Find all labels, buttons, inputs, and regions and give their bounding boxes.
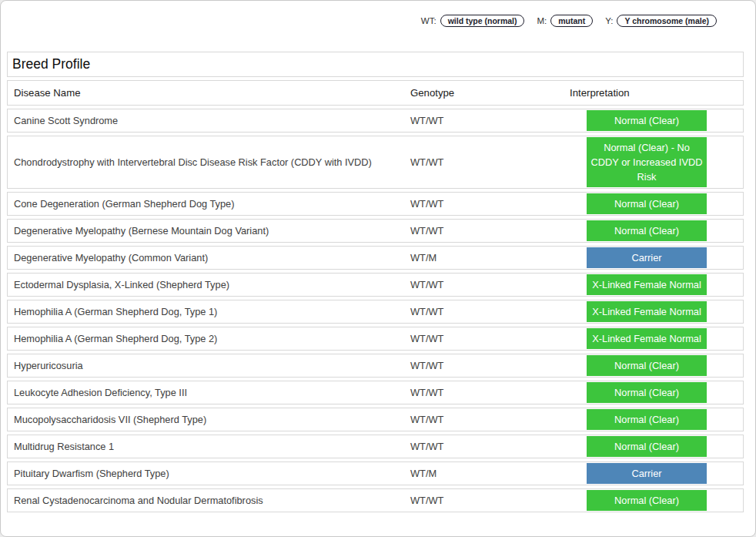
genotype-cell: WT/WT xyxy=(410,435,568,458)
disease-name-text: Pituitary Dwarfism (Shepherd Type) xyxy=(14,467,169,481)
genotype-text: WT/WT xyxy=(410,305,443,319)
interpretation-badge: Normal (Clear) xyxy=(587,409,707,430)
interpretation-cell: Normal (Clear) - No CDDY or Increased IV… xyxy=(568,136,743,188)
legend-key-label: Y: xyxy=(605,16,613,25)
interpretation-badge: Carrier xyxy=(587,463,707,484)
genotype-cell: WT/WT xyxy=(410,193,568,215)
table-row: Mucopolysaccharidosis VII (Shepherd Type… xyxy=(7,408,744,431)
genotype-text: WT/WT xyxy=(410,359,443,373)
table-row: Hyperuricosuria WT/WT Normal (Clear) xyxy=(7,354,744,378)
genotype-cell: WT/M xyxy=(410,247,568,269)
interpretation-badge: X-Linked Female Normal xyxy=(587,328,707,349)
disease-name-cell: Pituitary Dwarfism (Shepherd Type) xyxy=(8,462,410,485)
genotype-cell: WT/WT xyxy=(410,109,568,132)
disease-name-text: Degenerative Myelopathy (Bernese Mountai… xyxy=(14,224,269,238)
column-header-disease-name: Disease Name xyxy=(8,83,410,103)
column-header-label: Genotype xyxy=(410,86,454,100)
interpretation-cell: Normal (Clear) xyxy=(568,220,743,242)
legend-item: Y: Y chromosome (male) xyxy=(605,15,717,27)
disease-name-cell: Ectodermal Dysplasia, X-Linked (Shepherd… xyxy=(8,274,410,296)
legend-value-pill: Y chromosome (male) xyxy=(617,15,717,27)
table-row: Canine Scott Syndrome WT/WT Normal (Clea… xyxy=(7,109,744,133)
genotype-text: WT/WT xyxy=(410,494,443,508)
legend-key-label: M: xyxy=(537,16,547,25)
interpretation-cell: Normal (Clear) xyxy=(568,193,743,215)
genotype-cell: WT/WT xyxy=(410,136,568,188)
interpretation-badge: X-Linked Female Normal xyxy=(587,274,707,295)
genotype-text: WT/WT xyxy=(410,440,443,454)
table-row: Hemophilia A (German Shepherd Dog, Type … xyxy=(7,327,744,351)
disease-name-cell: Hemophilia A (German Shepherd Dog, Type … xyxy=(8,300,410,323)
genotype-cell: WT/WT xyxy=(410,220,568,242)
genotype-text: WT/WT xyxy=(410,114,443,128)
interpretation-cell: X-Linked Female Normal xyxy=(568,327,743,350)
disease-name-text: Hemophilia A (German Shepherd Dog, Type … xyxy=(14,332,217,346)
genotype-cell: WT/WT xyxy=(410,274,568,296)
interpretation-cell: Normal (Clear) xyxy=(568,435,743,458)
disease-name-text: Renal Cystadenocarcinoma and Nodular Der… xyxy=(14,494,263,508)
legend-value-pill: wild type (normal) xyxy=(440,15,525,27)
disease-name-cell: Chondrodystrophy with Intervertebral Dis… xyxy=(8,136,410,188)
genotype-text: WT/M xyxy=(410,251,437,265)
disease-name-text: Canine Scott Syndrome xyxy=(14,114,118,128)
disease-name-cell: Multidrug Resistance 1 xyxy=(8,435,410,458)
interpretation-badge: Normal (Clear) xyxy=(587,220,707,241)
disease-name-text: Multidrug Resistance 1 xyxy=(14,440,114,454)
genotype-cell: WT/WT xyxy=(410,408,568,431)
table-row: Hemophilia A (German Shepherd Dog, Type … xyxy=(7,300,744,324)
interpretation-badge: Normal (Clear) xyxy=(587,490,707,511)
interpretation-badge: Normal (Clear) xyxy=(587,436,707,457)
table-row: Chondrodystrophy with Intervertebral Dis… xyxy=(7,136,744,189)
interpretation-badge: Normal (Clear) xyxy=(587,110,707,131)
genotype-legend: WT: wild type (normal) M: mutant Y: Y ch… xyxy=(1,1,755,27)
genotype-cell: WT/WT xyxy=(410,381,568,404)
interpretation-cell: Normal (Clear) xyxy=(568,408,743,431)
table-row: Leukocyte Adhesion Deficiency, Type III … xyxy=(7,381,744,404)
interpretation-badge: Normal (Clear) xyxy=(587,193,707,214)
genotype-cell: WT/WT xyxy=(410,354,568,377)
table-row: Multidrug Resistance 1 WT/WT Normal (Cle… xyxy=(7,435,744,458)
breed-profile-report: Breed Profile Disease Name Genotype Inte… xyxy=(7,52,744,512)
interpretation-cell: Normal (Clear) xyxy=(568,489,743,512)
interpretation-badge: Normal (Clear) xyxy=(587,355,707,376)
disease-name-cell: Mucopolysaccharidosis VII (Shepherd Type… xyxy=(8,408,410,431)
table-row: Ectodermal Dysplasia, X-Linked (Shepherd… xyxy=(7,273,744,297)
disease-name-cell: Cone Degeneration (German Shepherd Dog T… xyxy=(8,193,410,215)
disease-name-cell: Leukocyte Adhesion Deficiency, Type III xyxy=(8,381,410,404)
disease-name-cell: Renal Cystadenocarcinoma and Nodular Der… xyxy=(8,489,410,512)
interpretation-cell: Carrier xyxy=(568,247,743,269)
genotype-text: WT/WT xyxy=(410,197,443,211)
disease-name-text: Mucopolysaccharidosis VII (Shepherd Type… xyxy=(14,413,206,427)
column-header-genotype: Genotype xyxy=(410,86,568,100)
table-body: Canine Scott Syndrome WT/WT Normal (Clea… xyxy=(7,109,744,512)
interpretation-badge: Normal (Clear) - No CDDY or Increased IV… xyxy=(587,137,707,187)
legend-value-pill: mutant xyxy=(550,15,593,27)
table-row: Pituitary Dwarfism (Shepherd Type) WT/M … xyxy=(7,461,744,485)
interpretation-badge: Carrier xyxy=(587,247,707,268)
disease-name-cell: Hemophilia A (German Shepherd Dog, Type … xyxy=(8,327,410,350)
genotype-text: WT/WT xyxy=(410,413,443,427)
disease-name-cell: Canine Scott Syndrome xyxy=(8,109,410,132)
legend-key-label: WT: xyxy=(421,16,437,25)
report-title: Breed Profile xyxy=(7,52,744,77)
report-page: WT: wild type (normal) M: mutant Y: Y ch… xyxy=(0,0,756,537)
disease-name-text: Hemophilia A (German Shepherd Dog, Type … xyxy=(14,305,217,319)
disease-name-text: Cone Degeneration (German Shepherd Dog T… xyxy=(14,197,234,211)
disease-name-text: Degenerative Myelopathy (Common Variant) xyxy=(14,251,208,265)
table-row: Cone Degeneration (German Shepherd Dog T… xyxy=(7,192,744,216)
interpretation-cell: Normal (Clear) xyxy=(568,109,743,132)
genotype-text: WT/M xyxy=(410,467,437,481)
disease-name-text: Leukocyte Adhesion Deficiency, Type III xyxy=(14,386,187,400)
disease-name-cell: Degenerative Myelopathy (Bernese Mountai… xyxy=(8,220,410,242)
interpretation-cell: Normal (Clear) xyxy=(568,354,743,377)
table-row: Degenerative Myelopathy (Bernese Mountai… xyxy=(7,219,744,243)
genotype-cell: WT/WT xyxy=(410,327,568,350)
disease-name-text: Ectodermal Dysplasia, X-Linked (Shepherd… xyxy=(14,278,229,292)
interpretation-cell: Normal (Clear) xyxy=(568,381,743,404)
interpretation-cell: X-Linked Female Normal xyxy=(568,300,743,323)
interpretation-cell: Carrier xyxy=(568,462,743,485)
disease-name-text: Hyperuricosuria xyxy=(14,359,83,373)
disease-name-text: Chondrodystrophy with Intervertebral Dis… xyxy=(14,156,372,169)
column-header-label: Disease Name xyxy=(14,86,81,100)
interpretation-cell: X-Linked Female Normal xyxy=(568,274,743,296)
